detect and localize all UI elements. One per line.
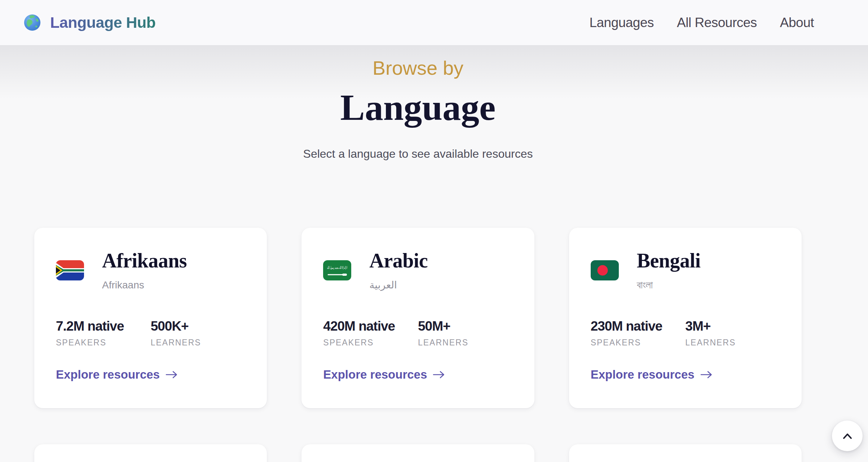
saudi-arabia-flag-icon: لا إله إلا الله محمد رسول الله — [323, 260, 351, 280]
language-card-afrikaans: Afrikaans Afrikaans 7.2M native SPEAKERS… — [34, 228, 267, 408]
nav-item-languages[interactable]: Languages — [589, 15, 654, 30]
south-africa-flag-icon — [56, 260, 84, 280]
app-header: Language Hub Languages All Resources Abo… — [0, 0, 868, 45]
hero-subtitle: Select a language to see available resou… — [34, 147, 802, 161]
language-native-name: Afrikaans — [102, 278, 187, 292]
arrow-right-icon — [166, 370, 178, 379]
card-stats: 7.2M native SPEAKERS 500K+ LEARNERS — [56, 318, 245, 348]
arrow-right-icon — [700, 370, 713, 379]
learners-value: 3M+ — [685, 318, 780, 335]
main-nav: Languages All Resources About — [589, 15, 814, 30]
card-stats: 420M native SPEAKERS 50M+ LEARNERS — [323, 318, 512, 348]
scroll-to-top-button[interactable] — [832, 420, 863, 451]
learners-label: LEARNERS — [151, 337, 246, 348]
chevron-up-icon — [841, 432, 854, 440]
card-head: Bengali বাংলা — [591, 249, 780, 292]
speakers-stat: 420M native SPEAKERS — [323, 318, 418, 348]
hero-section: Browse by Language Select a language to … — [34, 45, 802, 161]
speakers-stat: 230M native SPEAKERS — [591, 318, 686, 348]
brand[interactable]: Language Hub — [24, 14, 156, 31]
learners-stat: 3M+ LEARNERS — [685, 318, 780, 348]
speakers-stat: 7.2M native SPEAKERS — [56, 318, 151, 348]
brand-title: Language Hub — [50, 14, 156, 31]
learners-stat: 500K+ LEARNERS — [151, 318, 246, 348]
speakers-label: SPEAKERS — [56, 337, 151, 348]
learners-label: LEARNERS — [418, 337, 513, 348]
language-name: Bengali — [637, 249, 701, 273]
explore-resources-label: Explore resources — [591, 368, 695, 382]
explore-resources-label: Explore resources — [323, 368, 427, 382]
explore-resources-link[interactable]: Explore resources — [591, 368, 713, 382]
globe-icon — [24, 14, 41, 31]
language-card-arabic: لا إله إلا الله محمد رسول الله Arabic ال… — [301, 228, 534, 408]
hero-eyebrow: Browse by — [34, 56, 802, 80]
language-name: Afrikaans — [102, 249, 187, 273]
language-native-name: العربية — [369, 278, 428, 292]
card-names: Afrikaans Afrikaans — [102, 249, 187, 292]
learners-value: 50M+ — [418, 318, 513, 335]
language-card-bengali: Bengali বাংলা 230M native SPEAKERS 3M+ L… — [569, 228, 802, 408]
card-stats: 230M native SPEAKERS 3M+ LEARNERS — [591, 318, 780, 348]
learners-stat: 50M+ LEARNERS — [418, 318, 513, 348]
card-head: لا إله إلا الله محمد رسول الله Arabic ال… — [323, 249, 512, 292]
explore-resources-link[interactable]: Explore resources — [56, 368, 178, 382]
speakers-value: 420M native — [323, 318, 418, 335]
page-title: Language — [34, 86, 802, 128]
card-names: Bengali বাংলা — [637, 249, 701, 292]
language-name: Arabic — [369, 249, 428, 273]
bangladesh-flag-icon — [591, 260, 619, 280]
svg-text:لا إله إلا الله محمد رسول الله: لا إله إلا الله محمد رسول الله — [327, 266, 347, 270]
card-names: Arabic العربية — [369, 249, 428, 292]
nav-item-about[interactable]: About — [780, 15, 814, 30]
language-cards-grid: Afrikaans Afrikaans 7.2M native SPEAKERS… — [34, 228, 802, 408]
main-content: Browse by Language Select a language to … — [0, 45, 868, 462]
explore-resources-label: Explore resources — [56, 368, 160, 382]
card-head: Afrikaans Afrikaans — [56, 249, 245, 292]
speakers-value: 7.2M native — [56, 318, 151, 335]
explore-resources-link[interactable]: Explore resources — [323, 368, 445, 382]
nav-item-all-resources[interactable]: All Resources — [677, 15, 757, 30]
learners-value: 500K+ — [151, 318, 246, 335]
speakers-value: 230M native — [591, 318, 686, 335]
language-native-name: বাংলা — [637, 278, 701, 292]
speakers-label: SPEAKERS — [323, 337, 418, 348]
language-card-partial — [569, 444, 802, 462]
language-card-partial — [301, 444, 534, 462]
arrow-right-icon — [433, 370, 445, 379]
speakers-label: SPEAKERS — [591, 337, 686, 348]
language-card-partial — [34, 444, 267, 462]
language-cards-grid-row2 — [34, 444, 802, 462]
learners-label: LEARNERS — [685, 337, 780, 348]
